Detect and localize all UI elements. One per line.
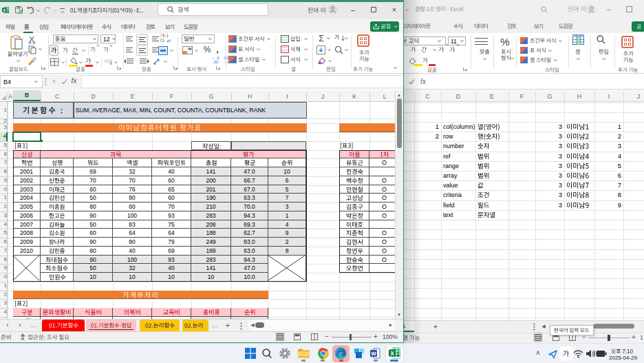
- svg-text:W: W: [371, 351, 376, 357]
- svg-text:X: X: [3, 8, 6, 12]
- svg-text:X: X: [390, 350, 394, 357]
